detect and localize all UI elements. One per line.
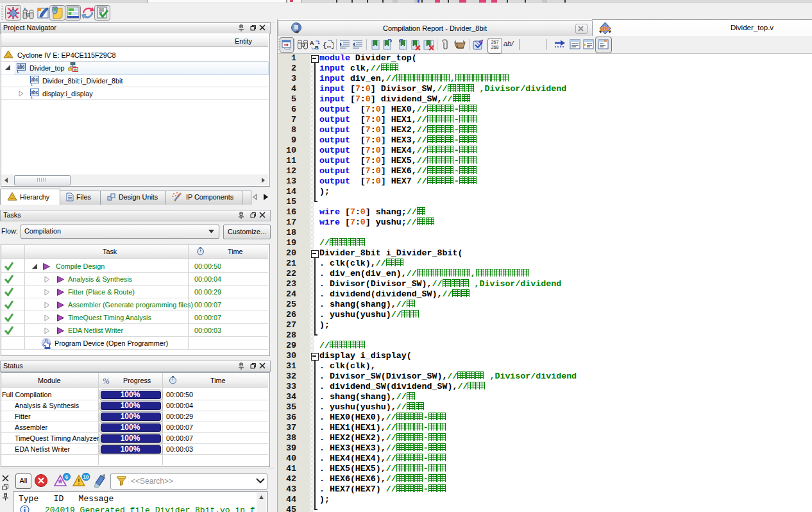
- svg-text:abc: abc: [31, 76, 38, 83]
- svg-text:abc: abc: [17, 64, 24, 70]
- svg-text:{…}: {…}: [323, 42, 334, 49]
- svg-text:A: A: [310, 40, 314, 46]
- svg-text:10: 10: [83, 474, 89, 480]
- svg-text:abc: abc: [600, 25, 611, 32]
- svg-text:abc: abc: [31, 89, 38, 96]
- svg-text:6: 6: [65, 474, 69, 480]
- svg-text:B: B: [315, 45, 319, 51]
